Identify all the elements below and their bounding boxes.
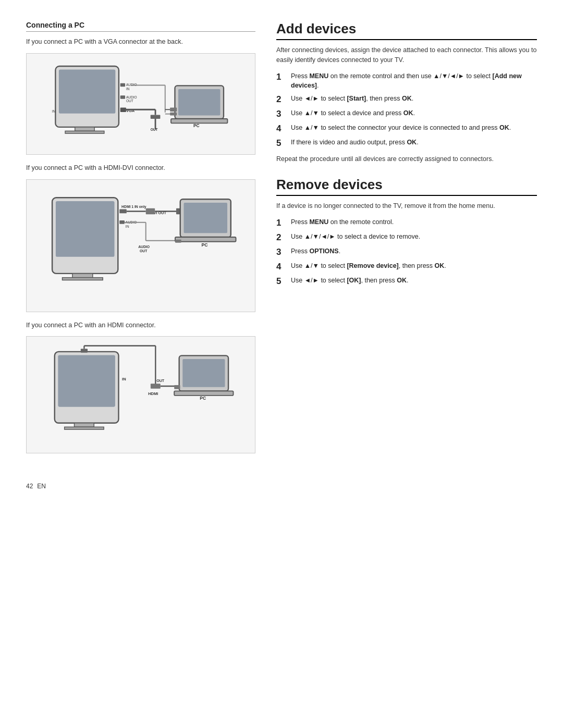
ok-bold-5: OK [407,139,417,146]
step-text-1: Press MENU on the remote control and the… [291,71,537,91]
svg-rect-48 [184,202,227,232]
step-text-4: Use ▲/▼ to select the connector your dev… [291,123,537,133]
step-text-2: Use ◄/► to select [Start], then press OK… [291,94,537,104]
ok-bold-2: OK [402,95,412,102]
svg-text:AUDIO: AUDIO [138,245,150,249]
svg-text:IN: IN [126,87,130,91]
ok-bracket-bold: [OK] [347,277,361,284]
step-num-5: 5 [276,138,288,149]
remove-step-3: 3 Press OPTIONS. [276,246,537,258]
hdmi-diagram-svg: IN OUT HDMI PC [32,342,250,448]
remove-step-1: 1 Press MENU on the remote control. [276,217,537,229]
svg-rect-55 [65,427,104,430]
svg-rect-24 [170,107,177,111]
r-step-text-4: Use ▲/▼ to select [Remove device], then … [291,261,537,271]
r-step-num-4: 4 [276,261,288,273]
r-step-text-5: Use ◄/► to select [OK], then press OK. [291,276,537,286]
vga-diagram: AUDIO IN AUDIO OUT VGA IN [26,53,255,155]
remove-device-bold: [Remove device] [347,262,398,269]
svg-text:OUT: OUT [140,249,148,253]
svg-rect-51 [175,239,181,242]
svg-text:HDMI: HDMI [148,391,158,396]
add-step-5: 5 If there is video and audio output, pr… [276,138,537,149]
svg-text:AUDIO: AUDIO [126,95,137,98]
page-footer: 42 EN [26,483,537,490]
svg-rect-29 [56,201,115,257]
svg-rect-33 [119,209,127,213]
svg-rect-1 [59,69,115,113]
page-layout: Connecting a PC If you connect a PC with… [26,21,537,462]
add-step-1: 1 Press MENU on the remote control and t… [276,71,537,91]
right-column: Add devices After connecting devices, as… [276,21,537,462]
hdmi-dvi-desc: If you connect a PC with a HDMI-DVI conn… [26,163,255,173]
hdmi-dvi-diagram: HDMI 1 IN only AUDIO IN DVI OUT A [26,179,255,312]
svg-text:PC: PC [200,396,206,401]
remove-devices-title: Remove devices [276,177,537,196]
svg-rect-53 [58,355,115,407]
svg-text:OUT: OUT [156,379,165,384]
remove-devices-desc: If a device is no longer connected to th… [276,201,537,211]
svg-text:OUT: OUT [126,99,133,103]
ok-bold-3: OK [403,109,413,117]
vga-diagram-svg: AUDIO IN AUDIO OUT VGA IN [32,59,250,149]
svg-text:PC: PC [202,242,209,248]
svg-text:PC: PC [193,123,200,128]
hdmi-dvi-diagram-svg: HDMI 1 IN only AUDIO IN DVI OUT A [32,185,250,306]
svg-rect-67 [174,391,233,396]
r-step-text-3: Press OPTIONS. [291,246,537,256]
svg-rect-54 [75,423,94,427]
step-text-5: If there is video and audio output, pres… [291,138,537,147]
svg-rect-20 [178,89,220,115]
svg-text:IN: IN [52,109,56,113]
svg-rect-3 [65,131,104,133]
svg-text:HDMI 1 IN only: HDMI 1 IN only [121,204,146,208]
add-devices-title: Add devices [276,21,537,40]
connecting-pc-title: Connecting a PC [26,21,255,32]
add-step-4: 4 Use ▲/▼ to select the connector your d… [276,123,537,134]
menu-bold-1: MENU [309,72,328,80]
left-column: Connecting a PC If you connect a PC with… [26,21,255,462]
r-step-num-3: 3 [276,246,288,258]
add-step-3: 3 Use ▲/▼ to select a device and press O… [276,108,537,120]
svg-rect-61 [151,384,161,389]
svg-rect-49 [175,237,236,241]
r-step-num-5: 5 [276,276,288,287]
svg-text:IN: IN [122,377,126,381]
svg-rect-69 [174,385,180,389]
svg-rect-66 [182,359,225,387]
ok-bold-r4: OK [435,262,445,269]
vga-desc: If you connect a PC with a VGA connector… [26,37,255,47]
remove-step-4: 4 Use ▲/▼ to select [Remove device], the… [276,261,537,273]
svg-rect-57 [81,349,88,353]
remove-step-2: 2 Use ▲/▼/◄/► to select a device to remo… [276,232,537,243]
hdmi-desc: If you connect a PC with an HDMI connect… [26,320,255,330]
r-step-num-1: 1 [276,217,288,229]
page-number: 42 [26,483,33,490]
svg-rect-4 [120,83,125,87]
svg-rect-10 [120,107,126,112]
options-bold: OPTIONS [309,248,338,255]
step-num-1: 1 [276,71,288,83]
svg-text:IN: IN [126,224,129,228]
step-text-3: Use ▲/▼ to select a device and press OK. [291,108,537,118]
svg-rect-17 [151,115,161,118]
r-step-text-2: Use ▲/▼/◄/► to select a device to remove… [291,232,537,242]
ok-bold-4: OK [499,124,509,131]
ok-bold-r5: OK [397,277,407,284]
step-num-3: 3 [276,108,288,120]
svg-rect-2 [75,127,94,131]
remove-devices-steps: 1 Press MENU on the remote control. 2 Us… [276,217,537,287]
add-step-2: 2 Use ◄/► to select [Start], then press … [276,94,537,105]
add-devices-desc: After connecting devices, assign the dev… [276,45,537,65]
svg-rect-30 [72,273,93,277]
start-bold: [Start] [347,95,366,102]
svg-rect-7 [120,95,125,99]
menu-bold-r1: MENU [309,218,328,226]
svg-rect-34 [119,220,125,224]
svg-rect-26 [170,113,177,116]
step-num-4: 4 [276,123,288,134]
add-devices-steps: 1 Press MENU on the remote control and t… [276,71,537,150]
footer-row: 42 EN [26,483,537,490]
step-num-2: 2 [276,94,288,105]
r-step-num-2: 2 [276,232,288,243]
